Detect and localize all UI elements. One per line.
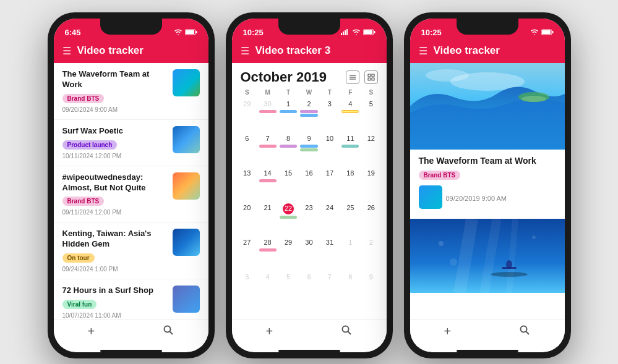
scene: 6:45 ☰ Video tracker The Waveform Team a…	[35, 0, 583, 364]
cal-date: 8	[286, 134, 290, 143]
cal-date: 15	[285, 169, 292, 178]
list-item[interactable]: Surf Wax Poetic Product launch 10/11/202…	[54, 120, 208, 166]
cal-cell[interactable]: 15	[278, 167, 298, 197]
cal-cell[interactable]: 22	[278, 202, 298, 232]
cal-week-2: 6 7 8 9 10 11 12	[237, 133, 382, 163]
cal-event	[300, 145, 317, 148]
cal-cell[interactable]: 27	[237, 237, 257, 266]
cal-cell[interactable]: 17	[319, 167, 340, 197]
cal-cell[interactable]: 1	[278, 98, 298, 128]
search-button-2[interactable]	[341, 324, 352, 339]
cal-cell[interactable]: 25	[340, 202, 361, 232]
svg-rect-10	[364, 30, 372, 34]
calendar-grid: S M T W T F S 29 30 1 2 3	[232, 88, 387, 301]
cal-cell[interactable]: 1	[340, 237, 361, 266]
cal-cell[interactable]: 3	[237, 271, 257, 301]
svg-point-30	[491, 272, 528, 277]
cal-cell[interactable]: 8	[340, 271, 361, 301]
status-time-2: 10:25	[243, 28, 264, 37]
cal-date: 23	[305, 203, 312, 213]
svg-rect-18	[372, 78, 374, 80]
svg-rect-17	[368, 78, 371, 80]
cal-date: 3	[245, 273, 249, 282]
add-button-3[interactable]: +	[444, 324, 452, 339]
home-indicator-2	[278, 350, 340, 352]
cal-cell[interactable]: 2	[361, 237, 381, 266]
cal-cell[interactable]: 6	[299, 271, 319, 301]
cal-cell[interactable]: 18	[340, 167, 361, 197]
list-item[interactable]: 72 Hours in a Surf Shop Viral fun 10/07/…	[54, 279, 208, 319]
cal-date: 19	[367, 169, 375, 178]
item-date: 09/20/2024 9:00 AM	[62, 106, 166, 113]
cal-cell[interactable]: 12	[361, 133, 381, 163]
search-button-1[interactable]	[163, 324, 174, 339]
menu-icon-3[interactable]: ☰	[419, 45, 427, 57]
cal-cell[interactable]: 24	[319, 202, 340, 232]
signal-icon-2	[341, 29, 350, 35]
cal-cell[interactable]: 5	[361, 98, 381, 128]
cal-cell[interactable]: 7	[319, 271, 340, 301]
cal-cell[interactable]: 10	[319, 133, 340, 163]
cal-cell[interactable]: 4	[340, 98, 361, 128]
item-title: 72 Hours in a Surf Shop	[62, 286, 166, 296]
screen-detail: 10:25 ☰ Video tracker	[410, 19, 565, 352]
cal-date: 17	[326, 169, 333, 178]
cal-cell[interactable]: 9	[299, 133, 319, 163]
cal-cell[interactable]: 29	[278, 237, 298, 266]
list-item[interactable]: The Waveform Team at Work Brand BTS 09/2…	[54, 63, 208, 120]
cal-event	[300, 114, 317, 117]
cal-cell[interactable]: 29	[237, 98, 257, 128]
underwater-illustration	[410, 219, 565, 293]
cal-cell[interactable]: 6	[237, 133, 257, 163]
menu-icon-1[interactable]: ☰	[62, 45, 71, 57]
cal-cell[interactable]: 8	[278, 133, 298, 163]
cal-cell[interactable]: 3	[319, 98, 340, 128]
calendar-list-view[interactable]	[346, 70, 359, 84]
cal-cell[interactable]: 23	[299, 202, 319, 232]
list-item[interactable]: #wipeoutwednesday: Almost, But Not Quite…	[54, 166, 208, 223]
cal-cell[interactable]: 4	[257, 271, 278, 301]
cal-cell[interactable]: 16	[299, 167, 319, 197]
cal-cell[interactable]: 30	[257, 98, 278, 128]
cal-cell[interactable]: 11	[340, 133, 361, 163]
item-thumb	[173, 172, 200, 200]
cal-date: 29	[285, 238, 292, 247]
cal-cell[interactable]: 30	[299, 237, 319, 266]
svg-rect-16	[372, 74, 374, 77]
menu-icon-2[interactable]: ☰	[241, 45, 249, 57]
list-item[interactable]: Kenting, Taiwan: Asia's Hidden Gem On to…	[54, 222, 208, 279]
item-thumb	[173, 126, 200, 153]
app-title-1: Video tracker	[77, 44, 144, 57]
cal-date: 9	[369, 273, 373, 282]
cal-date: 3	[328, 99, 332, 109]
cal-event	[300, 110, 317, 113]
add-button-1[interactable]: +	[88, 324, 95, 339]
svg-point-34	[450, 258, 457, 266]
item-thumb	[173, 286, 200, 313]
calendar-grid-view[interactable]	[364, 70, 378, 84]
cal-cell[interactable]: 14	[257, 167, 278, 197]
cal-cell[interactable]: 5	[278, 271, 298, 301]
cal-cell[interactable]: 21	[257, 202, 278, 232]
cal-cell[interactable]: 31	[319, 237, 340, 266]
cal-cell[interactable]: 9	[361, 271, 381, 301]
content-calendar: October 2019 S M T	[232, 63, 387, 319]
list-item-info: The Waveform Team at Work Brand BTS 09/2…	[62, 69, 166, 113]
svg-line-4	[170, 332, 173, 335]
day-t1: T	[278, 88, 298, 97]
cal-cell[interactable]: 26	[361, 202, 381, 232]
cal-cell[interactable]: 13	[237, 167, 257, 197]
search-button-3[interactable]	[519, 324, 530, 339]
cal-date: 1	[348, 238, 352, 247]
cal-week-3: 13 14 15 16 17 18 19	[237, 167, 382, 197]
cal-cell[interactable]: 20	[237, 202, 257, 232]
svg-rect-6	[343, 32, 344, 35]
svg-point-26	[426, 69, 469, 82]
cal-cell[interactable]: 19	[361, 167, 381, 197]
cal-cell[interactable]: 7	[257, 133, 278, 163]
bottom-bar-2: +	[232, 319, 387, 347]
list-item-info: 72 Hours in a Surf Shop Viral fun 10/07/…	[62, 286, 166, 319]
cal-cell[interactable]: 2	[299, 98, 319, 128]
cal-cell[interactable]: 28	[257, 237, 278, 266]
add-button-2[interactable]: +	[266, 324, 273, 339]
